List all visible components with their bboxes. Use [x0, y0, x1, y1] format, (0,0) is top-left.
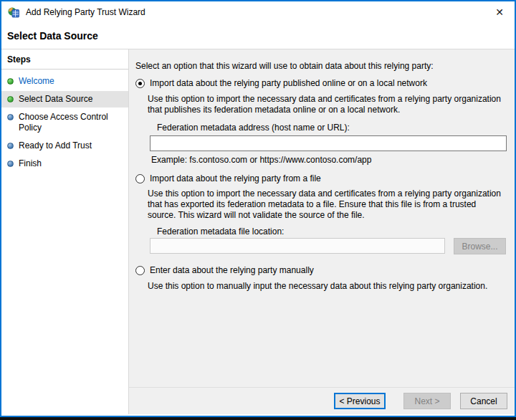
federation-metadata-address-input[interactable]: [150, 135, 507, 151]
step-bullet-icon: [7, 114, 14, 120]
radio-label: Enter data about the relying party manua…: [150, 265, 314, 275]
step-bullet-icon: [7, 161, 14, 167]
radio-icon: [135, 79, 145, 88]
intro-text: Select an option that this wizard will u…: [135, 61, 506, 71]
example-text: Example: fs.contoso.com or https://www.c…: [151, 155, 506, 165]
cancel-button[interactable]: Cancel: [460, 393, 507, 409]
next-button: Next >: [403, 393, 451, 409]
federation-metadata-file-label: Federation metadata file location:: [157, 226, 506, 237]
close-icon: ✕: [495, 7, 504, 17]
previous-button[interactable]: < Previous: [334, 393, 386, 409]
step-item-finish: Finish: [1, 156, 128, 172]
step-label: Select Data Source: [19, 94, 92, 105]
federation-metadata-file-input: [150, 238, 445, 254]
step-bullet-icon: [7, 143, 14, 149]
step-label: Ready to Add Trust: [19, 140, 92, 151]
radio-icon: [135, 174, 145, 183]
step-bullet-icon: [7, 96, 14, 102]
page-title: Select Data Source: [7, 30, 98, 42]
window-shadow-strip: [0, 417, 516, 420]
radio-import-online[interactable]: Import data about the relying party publ…: [135, 78, 506, 88]
page-header: Select Data Source: [1, 23, 515, 49]
step-item-welcome[interactable]: Welcome: [1, 73, 128, 90]
step-label: Welcome: [19, 76, 54, 87]
option-online-description: Use this option to import the necessary …: [148, 94, 506, 115]
steps-sidebar: Steps Welcome Select Data Source Choose …: [1, 49, 129, 414]
step-item-choose-access-control-policy: Choose Access Control Policy: [1, 109, 128, 136]
radio-enter-manually[interactable]: Enter data about the relying party manua…: [135, 265, 506, 275]
footer-bar: < Previous Next > Cancel: [129, 387, 515, 414]
title-bar: Add Relying Party Trust Wizard ✕: [1, 1, 515, 23]
step-label: Finish: [19, 158, 42, 169]
radio-import-file[interactable]: Import data about the relying party from…: [135, 173, 506, 183]
step-item-ready-to-add-trust: Ready to Add Trust: [1, 138, 128, 154]
option-file-description: Use this option to import the necessary …: [148, 188, 506, 221]
steps-title: Steps: [1, 49, 128, 70]
radio-label: Import data about the relying party publ…: [150, 78, 427, 88]
radio-icon: [135, 266, 145, 275]
browse-button: Browse...: [454, 238, 506, 254]
radio-label: Import data about the relying party from…: [150, 173, 321, 183]
app-icon: [8, 6, 19, 18]
main-content: Select an option that this wizard will u…: [129, 49, 515, 387]
option-manual-description: Use this option to manually input the ne…: [148, 281, 506, 292]
window-title: Add Relying Party Trust Wizard: [26, 7, 145, 17]
steps-list: Welcome Select Data Source Choose Access…: [1, 70, 128, 172]
wizard-window: Add Relying Party Trust Wizard ✕ Select …: [0, 0, 516, 417]
step-bullet-icon: [7, 78, 14, 85]
federation-metadata-address-label: Federation metadata address (host name o…: [157, 123, 506, 133]
step-label: Choose Access Control Policy: [19, 112, 123, 133]
step-item-select-data-source[interactable]: Select Data Source: [1, 91, 128, 108]
close-button[interactable]: ✕: [484, 1, 515, 23]
